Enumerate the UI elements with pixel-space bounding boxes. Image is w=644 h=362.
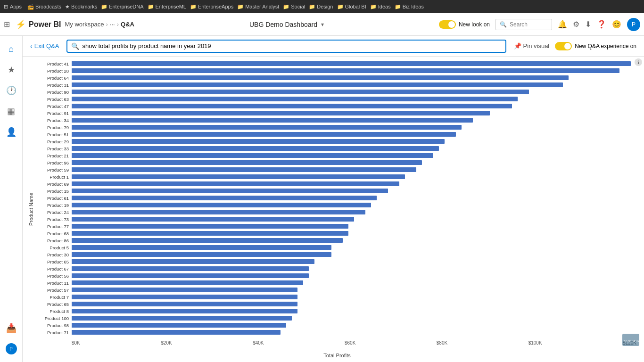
- bar-track[interactable]: [72, 323, 636, 328]
- bar-track[interactable]: [72, 245, 636, 250]
- bar-track[interactable]: [72, 160, 636, 165]
- bar-fill: [72, 68, 619, 73]
- sidebar-item-profile[interactable]: P: [2, 339, 21, 358]
- bar-label: Product 90: [38, 90, 72, 95]
- browser-apps-btn[interactable]: ⊞ Apps: [4, 4, 22, 10]
- chart-container: Product Name Product 41Product 28Product…: [26, 60, 636, 358]
- bar-track[interactable]: [72, 217, 636, 222]
- bar-track[interactable]: [72, 118, 636, 123]
- bar-row: Product 98: [38, 322, 636, 329]
- bookmark-design[interactable]: 📁 Design: [309, 4, 333, 10]
- chevron-down-icon[interactable]: ▾: [321, 21, 324, 28]
- avatar[interactable]: P: [627, 18, 640, 31]
- bar-label: Product 33: [38, 146, 72, 151]
- bar-track[interactable]: [72, 153, 636, 158]
- breadcrumb-more[interactable]: ···: [110, 21, 115, 28]
- exit-qa-button[interactable]: ‹ Exit Q&A: [30, 42, 59, 50]
- bar-track[interactable]: [72, 181, 636, 186]
- bar-track[interactable]: [72, 189, 636, 193]
- bookmark-bookmarks[interactable]: ★ Bookmarks: [65, 4, 97, 10]
- bar-track[interactable]: [72, 104, 636, 108]
- bar-track[interactable]: [72, 316, 636, 321]
- sidebar-item-recent[interactable]: 🕐: [2, 81, 21, 100]
- bookmark-bizideas[interactable]: 📁 Biz Ideas: [395, 4, 424, 10]
- sidebar-item-workspaces[interactable]: 📥: [2, 319, 21, 337]
- bar-track[interactable]: [72, 146, 636, 151]
- bar-track[interactable]: [72, 309, 636, 313]
- sidebar-item-apps[interactable]: ▦: [2, 102, 21, 121]
- bookmark-globalbi[interactable]: 📁 Global BI: [337, 4, 366, 10]
- notification-icon[interactable]: 🔔: [558, 20, 567, 29]
- workspace-link[interactable]: My workspace: [65, 21, 104, 28]
- bar-track[interactable]: [72, 167, 636, 172]
- bookmark-broadcasts[interactable]: 📻 Broadcasts: [27, 4, 61, 10]
- breadcrumb: My workspace › ··· › Q&A: [65, 21, 134, 28]
- bar-track[interactable]: [72, 196, 636, 200]
- bar-track[interactable]: [72, 280, 636, 285]
- bar-track[interactable]: [72, 68, 636, 73]
- new-look-toggle[interactable]: New look on: [439, 20, 490, 29]
- bar-label: Product 31: [38, 82, 72, 88]
- bar-track[interactable]: [72, 302, 636, 306]
- bar-track[interactable]: [72, 174, 636, 179]
- sidebar-item-shared[interactable]: 👤: [2, 123, 21, 141]
- apps-icon: ▦: [7, 106, 15, 116]
- bar-fill: [72, 139, 445, 144]
- bar-track[interactable]: [72, 125, 636, 130]
- y-axis-label: Product Name: [26, 60, 36, 358]
- bar-track[interactable]: [72, 111, 636, 115]
- bookmark-enterprisedna[interactable]: 📁 EnterpriseDNA: [101, 4, 143, 10]
- bar-row: Product 29: [38, 138, 636, 145]
- download-icon[interactable]: ⬇: [585, 20, 591, 29]
- bar-track[interactable]: [72, 224, 636, 229]
- bar-track[interactable]: [72, 132, 636, 137]
- bar-track[interactable]: [72, 259, 636, 264]
- bar-track[interactable]: [72, 90, 636, 94]
- nav-center: UBG Demo Dashboard ▾: [138, 21, 435, 28]
- bookmark-social[interactable]: 📁 Social: [283, 4, 305, 10]
- new-qa-track[interactable]: [555, 42, 572, 50]
- bar-track[interactable]: [72, 330, 636, 335]
- bar-track[interactable]: [72, 139, 636, 144]
- bar-fill: [72, 111, 490, 115]
- grid-menu-icon[interactable]: ⊞: [4, 20, 10, 29]
- bar-fill: [72, 90, 529, 94]
- bar-track[interactable]: [72, 203, 636, 207]
- bar-label: Product 5: [38, 245, 72, 250]
- bookmark-enterpriseml[interactable]: 📁 EnterpriseML: [148, 4, 186, 10]
- bar-track[interactable]: [72, 273, 636, 278]
- bar-label: Product 65: [38, 259, 72, 264]
- sidebar-item-home[interactable]: ⌂: [2, 40, 21, 58]
- bar-row: Product 34: [38, 117, 636, 123]
- bar-track[interactable]: [72, 288, 636, 292]
- bookmark-masteranalyst[interactable]: 📁 Master Analyst: [237, 4, 279, 10]
- settings-icon[interactable]: ⚙: [573, 20, 579, 29]
- bookmark-enterpriseapps[interactable]: 📁 EnterpriseApps: [190, 4, 233, 10]
- bar-track[interactable]: [72, 82, 636, 87]
- bar-track[interactable]: [72, 231, 636, 236]
- bookmark-ideas[interactable]: 📁 Ideas: [370, 4, 391, 10]
- help-icon[interactable]: ❓: [597, 20, 606, 29]
- bar-track[interactable]: [72, 252, 636, 257]
- sidebar-avatar: P: [6, 343, 17, 354]
- bar-track[interactable]: [72, 97, 636, 101]
- search-input[interactable]: [510, 21, 547, 28]
- bar-track[interactable]: [72, 75, 636, 80]
- bar-track[interactable]: [72, 61, 636, 66]
- toggle-track[interactable]: [439, 20, 456, 29]
- pin-visual-button[interactable]: 📌 Pin visual: [514, 42, 550, 49]
- qa-input-area[interactable]: 🔍: [66, 40, 506, 53]
- bar-track[interactable]: [72, 266, 636, 271]
- sidebar-item-favorites[interactable]: ★: [2, 60, 21, 79]
- bar-track[interactable]: [72, 210, 636, 214]
- bar-row: Product 56: [38, 272, 636, 279]
- bar-row: Product 69: [38, 181, 636, 187]
- bar-fill: [72, 167, 416, 172]
- bar-track[interactable]: [72, 295, 636, 299]
- qa-input[interactable]: [82, 42, 501, 49]
- search-box[interactable]: 🔍: [495, 19, 552, 30]
- bar-track[interactable]: [72, 238, 636, 243]
- bar-row: Product 57: [38, 287, 636, 293]
- new-qa-toggle[interactable]: New Q&A experience on: [555, 42, 636, 50]
- emoji-icon[interactable]: 😊: [612, 20, 621, 29]
